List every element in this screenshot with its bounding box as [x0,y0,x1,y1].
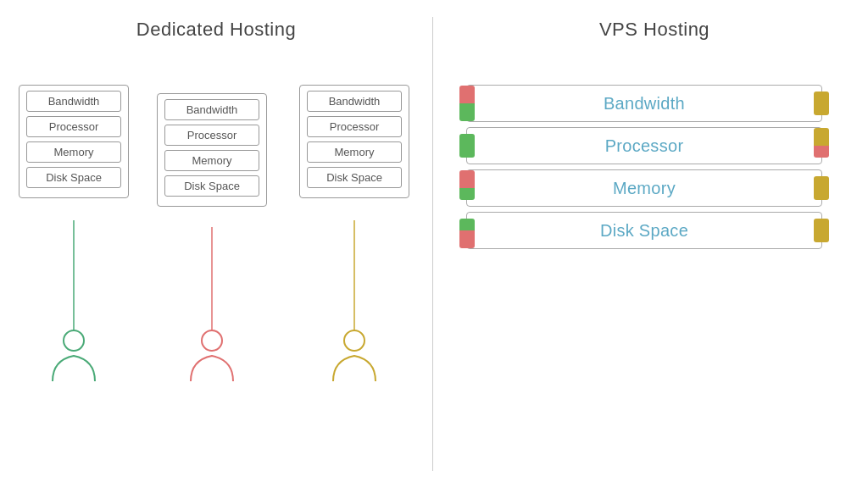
section-divider [432,17,433,471]
vps-bandwidth-label: Bandwidth [604,94,685,114]
memory-tab-pink [459,170,475,188]
ded3-processor: Processor [307,116,402,137]
diskspace-tab-yellow [814,219,829,242]
processor-tab-yellow-top [814,128,829,146]
vps-diskspace-row: Disk Space [466,212,822,249]
ded1-memory: Memory [26,141,121,163]
dedicated-server-1: Bandwidth Processor Memory Disk Space [19,85,129,198]
ded2-diskspace: Disk Space [164,175,259,197]
processor-tab-left [459,134,475,158]
bandwidth-tab-yellow-right [814,92,829,115]
bandwidth-tab-green-bot [459,103,475,121]
ded3-memory: Memory [307,141,402,163]
vps-diskspace-label: Disk Space [600,221,688,241]
dedicated-lines [0,0,432,488]
vps-section: VPS Hosting Bandwidth Processor [441,0,868,488]
ded1-bandwidth: Bandwidth [26,91,121,112]
dedicated-title: Dedicated Hosting [0,0,432,41]
dedicated-server-3: Bandwidth Processor Memory Disk Space [299,85,409,198]
ded1-processor: Processor [26,116,121,137]
svg-point-3 [64,330,84,351]
vps-processor-label: Processor [605,136,684,156]
vps-server-block: Bandwidth Processor Memory Di [466,85,822,254]
ded1-diskspace: Disk Space [26,167,121,188]
main-container: Dedicated Hosting Bandwidth Processor Me… [0,0,868,488]
bandwidth-tab-pink-top [459,86,475,103]
vps-processor-row: Processor [466,127,822,164]
ded2-bandwidth: Bandwidth [164,99,259,120]
svg-point-4 [202,330,222,351]
ded3-bandwidth: Bandwidth [307,91,402,112]
diskspace-tab-pink [459,230,475,248]
memory-tab-yellow [814,176,829,200]
dedicated-section: Dedicated Hosting Bandwidth Processor Me… [0,0,432,488]
dedicated-server-2: Bandwidth Processor Memory Disk Space [157,93,267,207]
vps-memory-label: Memory [613,179,676,198]
vps-bandwidth-row: Bandwidth [466,85,822,122]
vps-title: VPS Hosting [441,0,868,41]
svg-point-5 [344,330,364,351]
ded2-processor: Processor [164,125,259,146]
vps-memory-row: Memory [466,169,822,207]
ded3-diskspace: Disk Space [307,167,402,188]
ded2-memory: Memory [164,150,259,171]
